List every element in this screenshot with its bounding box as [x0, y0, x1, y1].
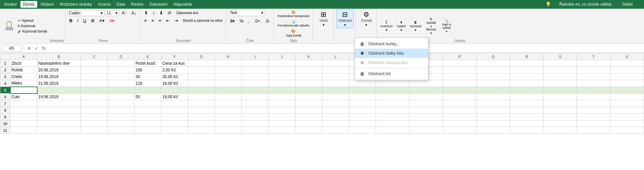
cell-B9[interactable] — [37, 114, 81, 120]
col-header-T[interactable]: T — [577, 53, 610, 60]
cancel-formula-icon[interactable]: ✕ — [26, 45, 33, 52]
cell-O4[interactable] — [409, 80, 443, 87]
cell-L3[interactable] — [322, 73, 349, 80]
cell-L7[interactable] — [322, 100, 349, 107]
clear-button[interactable]: 🗑 Vymazat ▾ — [408, 19, 423, 33]
cell-Q9[interactable] — [476, 114, 510, 120]
cell-R10[interactable] — [510, 120, 543, 127]
cell-E10[interactable] — [135, 120, 161, 127]
cell-D5[interactable] — [108, 87, 135, 94]
cell-D6[interactable] — [108, 94, 135, 100]
col-header-F[interactable]: F — [161, 53, 188, 60]
cell-G2[interactable] — [188, 67, 215, 73]
col-header-H[interactable]: H — [215, 53, 242, 60]
cell-N9[interactable] — [376, 114, 410, 120]
cell-Q2[interactable] — [476, 67, 510, 73]
cell-T10[interactable] — [577, 120, 610, 127]
cell-U1[interactable] — [610, 60, 644, 67]
cell-L9[interactable] — [322, 114, 349, 120]
cell-F2[interactable]: 2,00 Kč — [161, 67, 188, 73]
cell-S11[interactable] — [543, 127, 577, 134]
cell-D8[interactable] — [108, 107, 135, 114]
cell-G8[interactable] — [188, 107, 215, 114]
cell-styles-button[interactable]: 🎨 Styly buněk — [284, 28, 303, 38]
menu-napoveda[interactable]: Nápověda — [171, 1, 195, 8]
align-center-button[interactable]: ≡ — [150, 17, 156, 24]
indent-increase-button[interactable]: ⇥ — [172, 17, 180, 24]
col-header-Q[interactable]: Q — [476, 53, 510, 60]
fill-button[interactable]: ⬇ Vyplnit ▾ — [395, 19, 408, 33]
menu-soubor[interactable]: Soubor — [1, 1, 20, 8]
cell-I5[interactable] — [242, 87, 269, 94]
cell-O7[interactable] — [409, 100, 443, 107]
col-header-A[interactable]: A — [10, 53, 37, 60]
cell-F3[interactable]: 30,00 Kč — [161, 73, 188, 80]
col-header-B[interactable]: B — [37, 53, 81, 60]
cell-F1[interactable]: Cena za kus — [161, 60, 188, 67]
cell-R5[interactable] — [510, 87, 543, 94]
cell-O6[interactable] — [409, 94, 443, 100]
cell-A6[interactable]: Cukr — [10, 94, 37, 100]
cell-A10[interactable] — [10, 120, 37, 127]
delete-cells-item[interactable]: 🗑 Odstranit buňky... — [355, 39, 428, 49]
cell-A3[interactable]: Chléb — [10, 73, 37, 80]
row-number-3[interactable]: 3 — [0, 73, 10, 80]
insert-button[interactable]: ⊞ Vložit ▾ — [318, 9, 330, 28]
underline-button[interactable]: U — [81, 17, 88, 24]
cell-B8[interactable] — [37, 107, 81, 114]
indent-decrease-button[interactable]: ⇤ — [164, 17, 172, 24]
cell-M6[interactable] — [349, 94, 376, 100]
cell-A5[interactable] — [10, 87, 37, 94]
cell-R4[interactable] — [510, 80, 543, 87]
cell-A9[interactable] — [10, 114, 37, 120]
confirm-formula-icon[interactable]: ✓ — [33, 45, 40, 52]
format-table-button[interactable]: 📊 Formátovat jako tabulku — [276, 19, 311, 28]
decimal-decrease-button[interactable]: .0- — [263, 17, 272, 24]
col-header-C[interactable]: C — [81, 53, 108, 60]
cell-N8[interactable] — [376, 107, 410, 114]
cell-P1[interactable] — [443, 60, 476, 67]
cell-B7[interactable] — [37, 100, 81, 107]
formula-input[interactable] — [48, 46, 643, 51]
cell-U5[interactable] — [610, 87, 644, 94]
paste-button[interactable]: 📋 Vložit — [3, 9, 15, 43]
cell-E2[interactable]: 100 — [135, 67, 161, 73]
cell-A4[interactable]: Mléko — [10, 80, 37, 87]
cell-I8[interactable] — [242, 107, 269, 114]
cell-R1[interactable] — [510, 60, 543, 67]
cell-U2[interactable] — [610, 67, 644, 73]
cell-C11[interactable] — [81, 127, 108, 134]
cell-H8[interactable] — [215, 107, 242, 114]
row-number-5[interactable]: 5 — [0, 87, 10, 94]
cell-U7[interactable] — [610, 100, 644, 107]
cell-C4[interactable] — [81, 80, 108, 87]
col-header-G[interactable]: G — [188, 53, 215, 60]
cell-I9[interactable] — [242, 114, 269, 120]
cell-L2[interactable] — [322, 67, 349, 73]
cell-T2[interactable] — [577, 67, 610, 73]
cell-K11[interactable] — [296, 127, 322, 134]
cell-G10[interactable] — [188, 120, 215, 127]
cell-P9[interactable] — [443, 114, 476, 120]
cell-O11[interactable] — [409, 127, 443, 134]
cell-S1[interactable] — [543, 60, 577, 67]
cell-N6[interactable] — [376, 94, 410, 100]
col-header-L[interactable]: L — [322, 53, 349, 60]
cell-F10[interactable] — [161, 120, 188, 127]
cell-Q6[interactable] — [476, 94, 510, 100]
cell-T1[interactable] — [577, 60, 610, 67]
cell-A1[interactable]: Zboží — [10, 60, 37, 67]
align-left-button[interactable]: ≡ — [142, 17, 149, 24]
font-name-selector[interactable]: Calibri ▾ — [67, 10, 104, 16]
cell-B5[interactable] — [37, 87, 81, 94]
font-increase-button[interactable]: A↑ — [120, 9, 129, 16]
cell-H4[interactable] — [215, 80, 242, 87]
cell-S6[interactable] — [543, 94, 577, 100]
cell-E5[interactable] — [135, 87, 161, 94]
align-right-button[interactable]: ≡ — [157, 17, 163, 24]
cell-P10[interactable] — [443, 120, 476, 127]
cell-Q8[interactable] — [476, 107, 510, 114]
cell-S2[interactable] — [543, 67, 577, 73]
cell-J8[interactable] — [269, 107, 296, 114]
cell-T9[interactable] — [577, 114, 610, 120]
